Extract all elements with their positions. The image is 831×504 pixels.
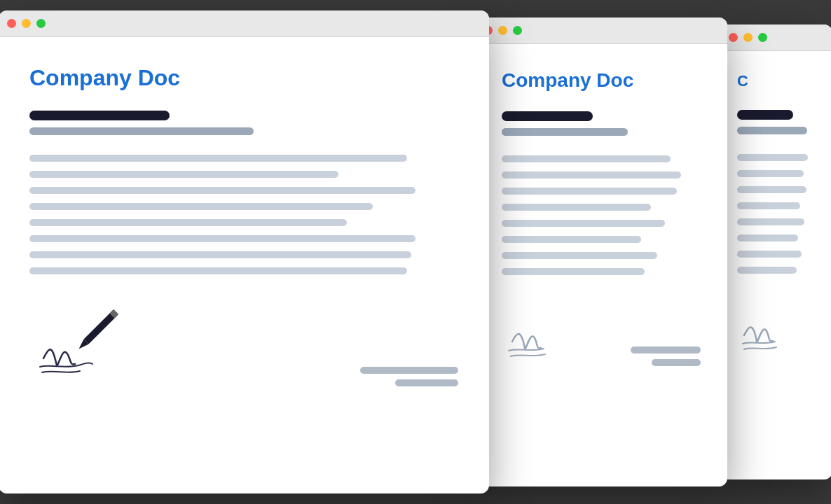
window-content-1: Company Doc xyxy=(0,37,489,493)
window-content-3: C xyxy=(720,51,831,479)
subheading-bar-1 xyxy=(29,127,254,135)
doc-title-2: Company Doc xyxy=(502,69,701,92)
heading-bar-3 xyxy=(737,110,793,120)
text-lines-1 xyxy=(29,155,458,274)
text-line xyxy=(737,267,797,274)
text-line xyxy=(737,170,804,177)
heading-bar-1 xyxy=(29,111,170,120)
minimize-button-3[interactable] xyxy=(743,33,753,42)
title-bar-3 xyxy=(720,24,831,51)
doc-title-3: C xyxy=(737,72,816,90)
signature-area-2 xyxy=(502,303,701,366)
signature-icon-3 xyxy=(737,302,807,358)
sign-line xyxy=(360,367,458,374)
signature-area-1 xyxy=(29,302,458,386)
text-line xyxy=(502,252,657,259)
doc-title-1: Company Doc xyxy=(29,65,458,91)
close-button-3[interactable] xyxy=(729,33,738,42)
maximize-button-2[interactable] xyxy=(513,26,522,35)
heading-bar-2 xyxy=(502,111,593,121)
text-line xyxy=(29,155,407,162)
sign-lines-2 xyxy=(631,346,701,366)
title-bar-1 xyxy=(0,10,489,37)
text-line xyxy=(502,172,681,178)
signature-icon-2 xyxy=(502,303,586,366)
text-line xyxy=(502,268,645,275)
subheading-bar-2 xyxy=(502,128,628,136)
title-bar-2 xyxy=(475,18,727,44)
text-line xyxy=(29,203,373,210)
sign-lines-1 xyxy=(360,367,458,386)
text-line xyxy=(737,234,798,241)
text-line xyxy=(502,155,671,162)
maximize-button-3[interactable] xyxy=(758,33,767,42)
text-line xyxy=(29,267,407,274)
text-line xyxy=(29,219,347,226)
text-lines-2 xyxy=(502,155,701,275)
sign-line xyxy=(652,359,701,366)
text-line xyxy=(502,204,651,211)
window-content-2: Company Doc xyxy=(475,44,727,486)
window-3: C xyxy=(720,24,831,479)
maximize-button-1[interactable] xyxy=(36,19,46,28)
text-line xyxy=(737,186,806,193)
subheading-bar-3 xyxy=(737,127,807,134)
text-line xyxy=(29,187,416,194)
window-2: Company Doc xyxy=(475,18,727,486)
text-line xyxy=(502,188,677,195)
close-button-1[interactable] xyxy=(7,19,16,28)
text-lines-3 xyxy=(737,154,816,274)
text-line xyxy=(502,236,641,243)
minimize-button-1[interactable] xyxy=(22,19,31,28)
text-line xyxy=(29,251,411,258)
windows-container: Company Doc xyxy=(0,0,831,504)
text-line xyxy=(737,202,800,209)
text-line xyxy=(737,251,802,258)
minimize-button-2[interactable] xyxy=(498,26,507,35)
sign-line xyxy=(631,346,701,354)
text-line xyxy=(737,218,804,225)
signature-icon-1 xyxy=(29,302,142,386)
signature-area-3 xyxy=(737,302,816,358)
text-line xyxy=(29,235,416,242)
window-1: Company Doc xyxy=(0,10,489,493)
text-line xyxy=(502,220,665,227)
text-line xyxy=(29,171,338,178)
text-line xyxy=(737,154,808,161)
sign-line xyxy=(395,379,458,386)
